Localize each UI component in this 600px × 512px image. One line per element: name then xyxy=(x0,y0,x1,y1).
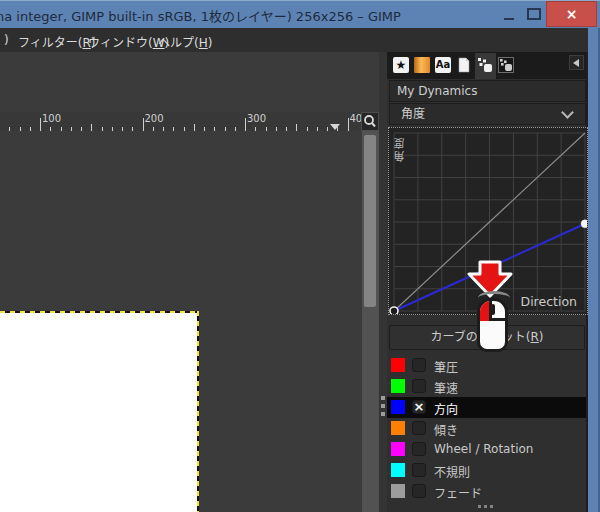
minimize-button[interactable] xyxy=(500,7,518,23)
maximize-button[interactable] xyxy=(527,8,541,20)
window-border xyxy=(588,28,600,512)
enable-checkbox[interactable] xyxy=(412,484,426,498)
layer-boundary-top xyxy=(0,311,199,313)
enable-checkbox[interactable] xyxy=(412,358,426,372)
image-canvas[interactable] xyxy=(0,313,197,512)
ruler-position-marker xyxy=(330,124,340,130)
horizontal-ruler[interactable]: 100200300400 xyxy=(0,112,361,131)
vertical-scrollbar[interactable] xyxy=(362,131,379,512)
property-label: 筆速 xyxy=(434,379,458,396)
fonts-icon: Aa xyxy=(435,57,451,73)
enable-checkbox[interactable] xyxy=(412,421,426,435)
property-label: 傾き xyxy=(434,421,458,438)
panel-title: My Dynamics xyxy=(389,80,586,102)
check-icon: × xyxy=(414,399,425,414)
dynamics-property-row[interactable]: フェード xyxy=(387,481,586,502)
color-swatch xyxy=(391,379,405,393)
y-axis-label: 角度 xyxy=(393,136,409,162)
tab-gradients[interactable] xyxy=(412,53,433,79)
chevron-down-icon xyxy=(561,106,574,119)
property-label: 筆圧 xyxy=(434,358,458,375)
menu-item-cropped: ) xyxy=(4,33,9,47)
canvas-window: 100200300400 xyxy=(0,52,379,512)
menu-item-help[interactable]: ヘルプ(H) xyxy=(158,33,212,50)
dynamics-property-row[interactable]: 筆速 xyxy=(387,376,586,397)
property-label: 不規則 xyxy=(434,463,470,480)
color-swatch xyxy=(391,358,405,372)
scrollbar-thumb[interactable] xyxy=(364,135,376,307)
property-label: Wheel / Rotation xyxy=(434,442,533,456)
dynamics-property-row[interactable]: 傾き xyxy=(387,418,586,439)
left-triangle-icon xyxy=(573,59,579,67)
title-bar: na integer, GIMP built-in sRGB, 1枚のレイヤー)… xyxy=(0,0,600,28)
color-swatch xyxy=(391,463,405,477)
resize-grip[interactable] xyxy=(478,505,498,509)
magnifier-icon xyxy=(362,113,378,130)
gradient-icon xyxy=(414,57,430,73)
dynamics-selector-value: 角度 xyxy=(401,107,425,121)
dynamics-curve-editor[interactable]: 角度 Direction xyxy=(388,127,588,315)
property-label: フェード xyxy=(434,484,482,501)
close-icon: × xyxy=(566,6,578,22)
color-swatch xyxy=(391,442,405,456)
dockable-dialogs-panel: ★ Aa xyxy=(387,52,588,512)
tab-fonts[interactable]: Aa xyxy=(433,53,454,79)
paint-dynamics-dark-icon xyxy=(498,57,514,73)
dynamics-property-row[interactable]: × 方向 xyxy=(387,397,586,418)
dock-tab-bar: ★ Aa xyxy=(387,52,586,79)
enable-checkbox[interactable] xyxy=(412,379,426,393)
color-swatch xyxy=(391,484,405,498)
layer-boundary-right xyxy=(197,311,199,512)
reset-curve-button[interactable]: カーブのリセット(R) xyxy=(389,325,585,350)
curve-plot xyxy=(389,128,587,314)
minimize-icon xyxy=(504,18,514,20)
dynamics-property-row[interactable]: 筆圧 xyxy=(387,355,586,376)
menu-item-filters[interactable]: フィルター(R) xyxy=(18,33,95,50)
tab-tool-presets[interactable]: ★ xyxy=(391,53,412,79)
color-swatch xyxy=(391,421,405,435)
dock-splitter[interactable] xyxy=(379,52,387,512)
property-label: 方向 xyxy=(434,400,458,417)
star-icon: ★ xyxy=(393,57,409,73)
zoom-follow-window-button[interactable] xyxy=(361,112,379,131)
tab-paint-dynamics[interactable] xyxy=(475,53,496,79)
paint-dynamics-icon xyxy=(477,57,493,73)
menu-bar: ) フィルター(R) ウィンドウ(W) ヘルプ(H) xyxy=(0,28,588,52)
close-button[interactable]: × xyxy=(546,1,597,27)
dynamics-property-row[interactable]: 不規則 xyxy=(387,460,586,481)
tab-document[interactable] xyxy=(454,53,475,79)
tab-menu-button[interactable] xyxy=(569,55,584,70)
x-axis-label: Direction xyxy=(521,294,577,309)
tab-paint-dynamics-alt[interactable] xyxy=(496,53,517,79)
dynamics-property-list: 筆圧 筆速 × 方向 傾き Wheel / xyxy=(387,355,586,502)
color-swatch xyxy=(391,400,405,414)
enable-checkbox[interactable] xyxy=(412,463,426,477)
dynamics-selector[interactable]: 角度 xyxy=(389,103,586,125)
dynamics-property-row[interactable]: Wheel / Rotation xyxy=(387,439,586,460)
enable-checkbox[interactable] xyxy=(412,442,426,456)
paper-icon xyxy=(456,57,472,73)
window-title: na integer, GIMP built-in sRGB, 1枚のレイヤー)… xyxy=(0,6,401,25)
enable-checkbox[interactable]: × xyxy=(412,400,426,414)
